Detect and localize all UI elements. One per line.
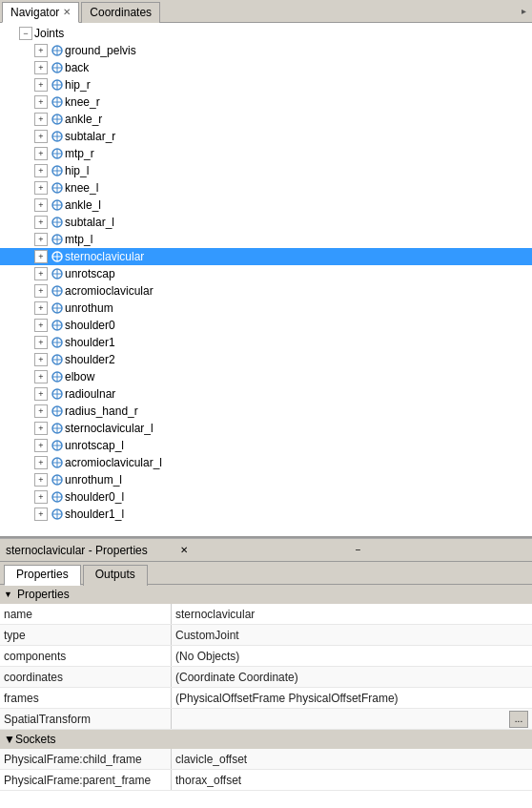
section-toggle-properties[interactable]: ▼ <box>4 590 13 599</box>
expand-icon[interactable]: + <box>34 284 48 298</box>
tree-item-joints[interactable]: − Joints <box>0 25 532 42</box>
joint-icon <box>50 472 65 487</box>
panel-scroll-arrow[interactable]: ▸ <box>518 6 530 16</box>
section-label-sockets: Sockets <box>15 733 56 746</box>
expand-icon[interactable]: + <box>34 181 48 195</box>
node-label: subtalar_r <box>65 130 115 143</box>
list-item[interactable]: + unrothum <box>0 300 532 317</box>
expand-icon[interactable]: + <box>34 250 48 263</box>
prop-label-spatialtransform: SpatialTransform <box>0 709 172 729</box>
expand-icon[interactable]: + <box>34 439 48 452</box>
properties-panel: sternoclavicular - Properties ✕ − Proper… <box>0 538 532 808</box>
properties-panel-minimize[interactable]: − <box>356 545 526 555</box>
list-item[interactable]: + shoulder0 <box>0 317 532 334</box>
list-item[interactable]: + ground_pelvis <box>0 42 532 59</box>
node-label: knee_r <box>65 95 100 109</box>
spatialtransform-ellipsis-button[interactable]: ... <box>509 711 528 728</box>
expand-icon[interactable]: + <box>34 301 48 315</box>
expand-icon[interactable]: + <box>34 113 48 126</box>
section-header-properties[interactable]: ▼ Properties <box>0 585 532 604</box>
expand-icon[interactable]: + <box>34 164 48 177</box>
prop-row-type: type CustomJoint <box>0 625 532 646</box>
list-item[interactable]: + hip_r <box>0 76 532 93</box>
expand-icon[interactable]: + <box>34 387 48 401</box>
expand-icon[interactable]: + <box>34 147 48 160</box>
node-label: ankle_r <box>65 113 102 126</box>
tree-container[interactable]: − Joints + ground_pelvis + back + hip_r <box>0 23 532 536</box>
properties-panel-close[interactable]: ✕ <box>180 545 351 555</box>
expand-icon[interactable]: + <box>34 422 48 435</box>
joint-icon <box>50 266 65 281</box>
expand-icon[interactable]: + <box>34 490 48 504</box>
node-label: radioulnar <box>65 387 115 401</box>
section-header-sockets[interactable]: ▼ Sockets <box>0 730 532 749</box>
tab-coordinates[interactable]: Coordinates <box>81 2 160 23</box>
list-item[interactable]: + unrotscap <box>0 265 532 282</box>
list-item[interactable]: + back <box>0 59 532 76</box>
list-item[interactable]: + shoulder1 <box>0 334 532 351</box>
list-item[interactable]: + shoulder2 <box>0 351 532 368</box>
properties-table: ▼ Properties name sternoclavicular type … <box>0 585 532 808</box>
list-item[interactable]: + elbow <box>0 368 532 385</box>
expand-icon-joints[interactable]: − <box>19 27 32 40</box>
list-item[interactable]: + subtalar_l <box>0 214 532 231</box>
list-item[interactable]: + ankle_r <box>0 111 532 128</box>
list-item[interactable]: + radius_hand_r <box>0 403 532 420</box>
expand-icon[interactable]: + <box>34 336 48 349</box>
list-item[interactable]: + mtp_l <box>0 231 532 248</box>
expand-icon[interactable]: + <box>34 61 48 74</box>
prop-label-child-frame: PhysicalFrame:child_frame <box>0 749 172 769</box>
list-item[interactable]: + unrotscap_l <box>0 437 532 454</box>
expand-icon[interactable]: + <box>34 216 48 229</box>
list-item[interactable]: + shoulder0_l <box>0 488 532 506</box>
list-item[interactable]: + radioulnar <box>0 385 532 403</box>
section-toggle-sockets[interactable]: ▼ <box>4 733 15 746</box>
expand-icon[interactable]: + <box>34 44 48 57</box>
node-label: shoulder0 <box>65 319 115 332</box>
list-item[interactable]: + knee_r <box>0 93 532 111</box>
node-label: hip_l <box>65 164 89 177</box>
tab-navigator-close[interactable]: ✕ <box>63 7 71 17</box>
prop-value-type: CustomJoint <box>172 629 532 642</box>
tab-properties[interactable]: Properties <box>4 565 81 586</box>
node-label-joints: Joints <box>34 27 64 40</box>
expand-icon[interactable]: + <box>34 456 48 469</box>
prop-label-frames: frames <box>0 688 172 708</box>
list-item[interactable]: + unrothum_l <box>0 471 532 488</box>
joint-icon <box>50 283 65 299</box>
expand-icon[interactable]: + <box>34 370 48 383</box>
prop-row-frames: frames (PhysicalOffsetFrame PhysicalOffs… <box>0 688 532 709</box>
list-item[interactable]: + acromioclavicular <box>0 282 532 300</box>
expand-icon[interactable]: + <box>34 508 48 521</box>
node-label: shoulder2 <box>65 353 115 366</box>
list-item[interactable]: + ankle_l <box>0 197 532 214</box>
node-label: ankle_l <box>65 198 101 212</box>
expand-icon[interactable]: + <box>34 78 48 92</box>
tab-outputs[interactable]: Outputs <box>83 565 148 586</box>
list-item[interactable]: + acromioclavicular_l <box>0 454 532 471</box>
node-label: knee_l <box>65 181 98 195</box>
joint-icon <box>50 146 65 161</box>
list-item[interactable]: + sternoclavicular_l <box>0 420 532 437</box>
tree-item-sternoclavicular[interactable]: + sternoclavicular <box>0 248 532 265</box>
list-item[interactable]: + subtalar_r <box>0 128 532 145</box>
tab-navigator[interactable]: Navigator ✕ <box>2 2 79 23</box>
list-item[interactable]: + knee_l <box>0 179 532 197</box>
list-item[interactable]: + mtp_r <box>0 145 532 162</box>
expand-icon[interactable]: + <box>34 353 48 366</box>
node-label: acromioclavicular_l <box>65 456 162 469</box>
prop-row-spatialtransform: SpatialTransform ... <box>0 709 532 730</box>
node-label: unrothum_l <box>65 473 122 487</box>
expand-icon[interactable]: + <box>34 95 48 109</box>
expand-icon[interactable]: + <box>34 404 48 418</box>
tab-navigator-label: Navigator <box>10 6 59 19</box>
expand-icon[interactable]: + <box>34 267 48 280</box>
expand-icon[interactable]: + <box>34 473 48 487</box>
list-item[interactable]: + hip_l <box>0 162 532 179</box>
list-item[interactable]: + shoulder1_l <box>0 506 532 523</box>
joint-icon <box>50 438 65 453</box>
expand-icon[interactable]: + <box>34 233 48 246</box>
expand-icon[interactable]: + <box>34 130 48 143</box>
expand-icon[interactable]: + <box>34 319 48 332</box>
expand-icon[interactable]: + <box>34 198 48 212</box>
